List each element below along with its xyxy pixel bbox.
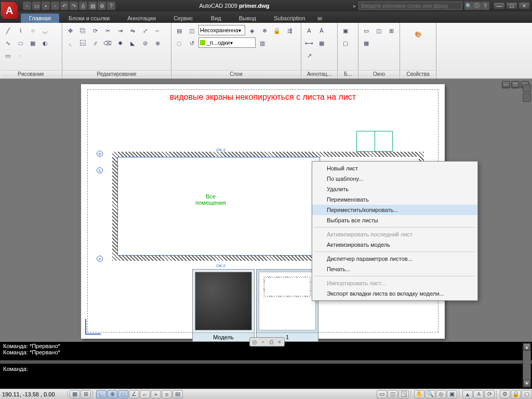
qat-help-icon[interactable]: ?: [107, 2, 115, 10]
layer-lock-icon[interactable]: 🔒: [271, 25, 283, 36]
trim-icon[interactable]: ✂: [102, 25, 113, 36]
cm-export-layout[interactable]: Экспорт вкладки листа во вкладку модели.…: [312, 288, 477, 299]
cm-move-copy[interactable]: Переместить/копировать...: [312, 205, 477, 215]
qv-layouts-icon[interactable]: ◫: [388, 390, 398, 398]
rect-icon[interactable]: ▭: [2, 50, 14, 61]
layer-match-icon[interactable]: ⇶: [284, 25, 295, 36]
explode-icon[interactable]: ✸: [114, 37, 126, 49]
layer-freeze-icon[interactable]: ❄: [259, 25, 270, 36]
chamfer-icon[interactable]: ◣: [127, 37, 138, 49]
ellipse-icon[interactable]: ⬭: [15, 37, 26, 49]
snap-toggle[interactable]: ▦: [70, 390, 80, 398]
copy-icon[interactable]: ⿻: [77, 25, 88, 36]
scroll-down-icon[interactable]: ▼: [523, 380, 530, 387]
vp3-icon[interactable]: ⊞: [385, 25, 397, 36]
circle-icon[interactable]: ○: [27, 25, 38, 36]
infocenter-icon[interactable]: ⓘ: [473, 2, 481, 10]
lock-ui-icon[interactable]: 🔒: [511, 390, 521, 398]
qat-undo-icon[interactable]: ↶: [60, 2, 69, 10]
hatch-icon[interactable]: ▦: [27, 37, 38, 49]
tab-annotations[interactable]: Аннотации: [119, 14, 164, 23]
search-input[interactable]: [358, 2, 462, 10]
properties-icon[interactable]: 🎨: [409, 25, 428, 44]
extend-icon[interactable]: ⇥: [114, 25, 126, 36]
help-icon[interactable]: ?: [481, 2, 489, 10]
cm-delete[interactable]: Удалить: [312, 184, 477, 194]
move-icon[interactable]: ✥: [64, 25, 76, 36]
search-button-icon[interactable]: 🔍: [464, 2, 473, 10]
layer-state-combo[interactable]: Несохраненна ▾: [198, 25, 245, 35]
pan-icon[interactable]: ✋: [414, 390, 424, 398]
ann-vis-icon[interactable]: Ａ: [473, 390, 484, 398]
layer-state-icon[interactable]: ◫: [186, 25, 197, 36]
ortho-toggle[interactable]: ∟: [96, 390, 107, 398]
text-icon[interactable]: A: [303, 25, 315, 36]
create-block-icon[interactable]: ▢: [340, 37, 351, 49]
layer-combo[interactable]: _п...одки ▾: [198, 37, 256, 48]
palette-btn-1[interactable]: [523, 84, 531, 92]
grid-toggle[interactable]: ⊞: [81, 390, 91, 398]
qat-new-icon[interactable]: ▫: [23, 2, 31, 10]
spline-icon[interactable]: ∿: [2, 37, 14, 49]
qat-saveas-icon[interactable]: ▫: [51, 2, 59, 10]
close-button[interactable]: ×: [518, 2, 530, 9]
array-icon[interactable]: ⿳: [77, 37, 88, 49]
doc-min-button[interactable]: —: [502, 81, 510, 88]
tab-tools[interactable]: Сервис: [165, 14, 202, 23]
cm-from-template[interactable]: По шаблону...: [312, 174, 477, 184]
tab-home[interactable]: Главная: [21, 14, 59, 23]
mtext-icon[interactable]: Ā: [316, 25, 327, 36]
tab-blocks[interactable]: Блоки и ссылки: [60, 14, 118, 23]
layer-off-icon[interactable]: ◌: [174, 37, 185, 49]
qp-toggle[interactable]: ▤: [172, 390, 183, 398]
offset-icon[interactable]: ⫽: [89, 37, 101, 49]
cm-activate-model[interactable]: Активизировать модель: [312, 240, 477, 250]
vp1-icon[interactable]: ▭: [361, 25, 372, 36]
scale-icon[interactable]: ⤢: [139, 25, 151, 36]
cm-rename[interactable]: Переименовать: [312, 194, 477, 205]
polar-toggle[interactable]: ⊕: [107, 390, 117, 398]
ann-scale-icon[interactable]: ▲: [462, 390, 473, 398]
qv-publish-icon[interactable]: ⎙: [267, 338, 275, 345]
rotate-icon[interactable]: ⟳: [89, 25, 101, 36]
workspace-icon[interactable]: ⚙: [500, 390, 510, 398]
vp2-icon[interactable]: ◫: [373, 25, 384, 36]
mirror-icon[interactable]: ⇋: [127, 25, 138, 36]
table-icon[interactable]: ▦: [316, 37, 327, 49]
scroll-up-icon[interactable]: ▲: [523, 343, 530, 351]
zoom-icon[interactable]: 🔍: [425, 390, 435, 398]
join-icon[interactable]: ⊕: [152, 37, 163, 49]
doc-max-button[interactable]: □: [511, 81, 520, 88]
dim-icon[interactable]: ⟷: [303, 37, 315, 49]
cm-select-all[interactable]: Выбрать все листы: [312, 215, 477, 225]
qv-close-icon[interactable]: ×: [275, 338, 284, 345]
break-icon[interactable]: ⊘: [139, 37, 151, 49]
ann-auto-icon[interactable]: ⟳: [484, 390, 495, 398]
layer-props-icon[interactable]: ▤: [174, 25, 185, 36]
layer-prev-icon[interactable]: ↺: [186, 37, 197, 49]
tab-mail-icon[interactable]: ✉: [315, 15, 325, 23]
maximize-button[interactable]: □: [506, 2, 517, 9]
layer-walk-icon[interactable]: ▥: [257, 37, 268, 49]
steering-wheel-icon[interactable]: ◎: [436, 390, 446, 398]
arc-icon[interactable]: ◡: [39, 25, 51, 36]
tab-view[interactable]: Вид: [203, 14, 230, 23]
cm-new-layout[interactable]: Новый лист: [312, 163, 477, 174]
gradient-icon[interactable]: ◐: [39, 37, 51, 49]
command-input[interactable]: Команда:: [0, 364, 532, 374]
cmd-scrollbar[interactable]: ▲ ▼: [523, 343, 531, 388]
clean-screen-icon[interactable]: ▢: [522, 390, 532, 398]
stretch-icon[interactable]: ↔: [152, 25, 163, 36]
line-icon[interactable]: ╱: [2, 25, 14, 36]
otrack-toggle[interactable]: ∠: [129, 390, 139, 398]
qat-redo-icon[interactable]: ↷: [70, 2, 78, 10]
tab-output[interactable]: Вывод: [231, 14, 264, 23]
fillet-icon[interactable]: ◟: [64, 37, 76, 49]
ducs-toggle[interactable]: ⌐: [140, 390, 150, 398]
cm-page-setup[interactable]: Диспетчер параметров листов...: [312, 254, 477, 264]
osnap-toggle[interactable]: □: [118, 390, 128, 398]
insert-icon[interactable]: ▣: [340, 25, 351, 36]
layer-iso-icon[interactable]: ◈: [246, 25, 258, 36]
showmotion-icon[interactable]: ▣: [447, 390, 457, 398]
lwt-toggle[interactable]: ≡: [162, 390, 172, 398]
